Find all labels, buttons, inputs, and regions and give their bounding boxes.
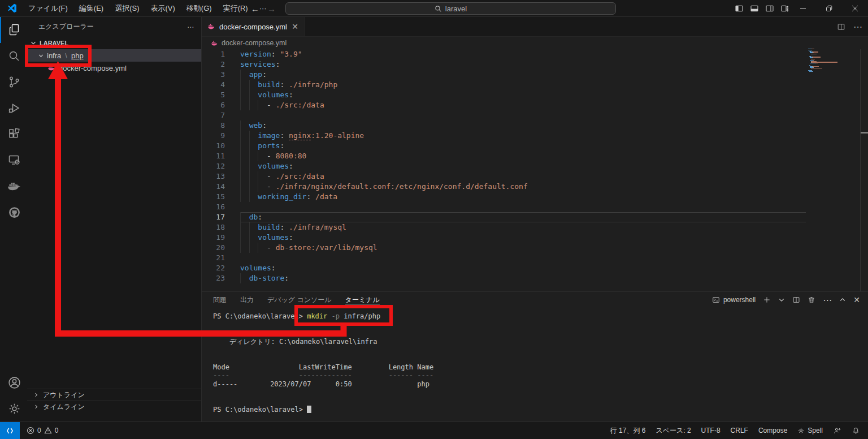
command-center-search[interactable]: laravel [285, 2, 616, 15]
tree-item-infra-php[interactable]: infra\php [27, 49, 201, 62]
terminal-text: PS C:\odaneko\laravel> [213, 312, 307, 320]
terminal-output[interactable]: PS C:\odaneko\laravel> mkdir -p infra/ph… [202, 308, 868, 414]
code-token: build [258, 80, 280, 89]
menu-item[interactable]: ファイル(F) [23, 4, 73, 12]
code-line[interactable]: 9image: nginx:1.20-alpine [202, 131, 868, 141]
close-tab-icon[interactable]: ✕ [292, 22, 298, 31]
account-icon[interactable] [0, 369, 27, 395]
remote-explorer-icon[interactable] [0, 147, 27, 173]
run-and-debug-icon[interactable] [0, 95, 27, 121]
minimize-icon[interactable] [790, 0, 816, 17]
code-token: db-store [249, 274, 285, 282]
code-line[interactable]: 21 [202, 253, 868, 263]
code-line[interactable]: 8web: [202, 120, 868, 131]
close-window-icon[interactable] [842, 0, 868, 17]
remote-icon [6, 427, 14, 435]
error-count: 0 [37, 427, 41, 434]
code-line[interactable]: 13- ./src:/data [202, 171, 868, 182]
split-editor-icon[interactable] [837, 23, 845, 31]
chevron-down-icon [37, 52, 45, 59]
code-line[interactable]: 4build: ./infra/php [202, 80, 868, 90]
code-line[interactable]: 5volumes: [202, 90, 868, 100]
search-sidebar-icon[interactable] [0, 43, 27, 69]
code-line[interactable]: 10ports: [202, 141, 868, 151]
code-line[interactable]: 6- ./src:/data [202, 100, 868, 110]
workspace-section-header[interactable]: LARAVEL [27, 37, 201, 49]
maximize-panel-chevron-icon[interactable] [839, 296, 846, 303]
kill-terminal-trash-icon[interactable] [808, 296, 815, 304]
code-line[interactable]: 14- ./infra/nginx/default.conf:/etc/ngin… [202, 182, 868, 192]
explorer-icon[interactable] [0, 17, 27, 43]
problems-status[interactable]: 0 0 [27, 427, 58, 434]
spell-checker[interactable]: Spell [797, 427, 823, 434]
timeline-section[interactable]: タイムライン [27, 401, 201, 412]
code-line[interactable]: 20- db-store:/var/lib/mysql [202, 243, 868, 253]
toggle-sidebar-icon[interactable] [731, 0, 747, 17]
code-line[interactable]: 15working_dir: /data [202, 192, 868, 202]
close-panel-icon[interactable]: ✕ [853, 295, 860, 304]
terminal-line: d----- 2023/07/07 0:50 php [213, 380, 868, 389]
menu-item[interactable]: 編集(E) [73, 4, 109, 12]
terminal-text: -p [332, 312, 340, 320]
code-line[interactable]: 12volumes: [202, 161, 868, 171]
code-line[interactable]: 18build: ./infra/mysql [202, 222, 868, 233]
code-line[interactable]: 17db: [202, 212, 868, 222]
code-token: : [289, 162, 293, 170]
code-line[interactable]: 22volumes: [202, 263, 868, 273]
docker-icon[interactable] [0, 173, 27, 199]
menu-item[interactable]: 表示(V) [145, 4, 181, 12]
menu-item[interactable]: 選択(S) [109, 4, 145, 12]
outline-section[interactable]: アウトライン [27, 389, 201, 401]
more-actions-icon[interactable]: ⋯ [187, 23, 194, 31]
code-line[interactable]: 23db-store: [202, 273, 868, 283]
indent-guide [249, 243, 250, 253]
feedback-icon[interactable] [833, 427, 841, 435]
breadcrumb[interactable]: docker-compose.yml [202, 37, 868, 49]
code-line[interactable]: 7 [202, 110, 868, 120]
encoding[interactable]: UTF-8 [701, 427, 721, 434]
panel-tab[interactable]: 出力 [240, 296, 254, 304]
terminal-shell-select[interactable]: powershell [712, 296, 756, 304]
menu-item[interactable]: 実行(R) [218, 4, 254, 12]
panel-tab[interactable]: ターミナル [345, 296, 380, 304]
panel-tab[interactable]: デバッグ コンソール [267, 296, 332, 304]
github-icon[interactable] [0, 199, 27, 225]
panel-more-actions-icon[interactable]: ⋯ [823, 295, 832, 305]
settings-gear-icon[interactable] [0, 395, 27, 421]
split-terminal-icon[interactable] [792, 296, 800, 304]
extensions-icon[interactable] [0, 121, 27, 147]
terminal-dropdown-chevron-icon[interactable] [778, 296, 785, 303]
remote-indicator[interactable] [0, 422, 20, 439]
toggle-panel-icon[interactable] [747, 0, 762, 17]
indentation[interactable]: スペース: 2 [656, 426, 691, 436]
source-control-icon[interactable] [0, 69, 27, 95]
forward-arrow-icon[interactable]: → [267, 4, 276, 14]
code-line[interactable]: 19volumes: [202, 233, 868, 243]
code-area[interactable]: 1version: "3.9"2services:3app:4build: ./… [202, 49, 868, 283]
explorer-sidebar: エクスプローラー ⋯ LARAVEL infra\php docker-comp… [27, 17, 202, 421]
code-line[interactable]: 16 [202, 202, 868, 212]
indent-guide [240, 171, 241, 182]
panel-tab[interactable]: 問題 [213, 296, 227, 304]
cursor-position[interactable]: 行 17、列 6 [610, 426, 646, 436]
menu-item[interactable]: 移動(G) [181, 4, 218, 12]
restore-icon[interactable] [816, 0, 842, 17]
tab-docker-compose[interactable]: docker-compose.yml ✕ [202, 17, 305, 36]
code-line[interactable]: 11- 8080:80 [202, 151, 868, 161]
eol-sequence[interactable]: CRLF [731, 427, 748, 434]
language-mode[interactable]: Compose [758, 427, 787, 434]
tree-item-docker-compose[interactable]: docker-compose.yml [27, 62, 201, 74]
toggle-secondary-sidebar-icon[interactable] [762, 0, 777, 17]
code-line[interactable]: 3app: [202, 70, 868, 80]
notifications-bell-icon[interactable] [852, 427, 860, 435]
code-line[interactable]: 1version: "3.9" [202, 49, 868, 59]
editor-more-actions-icon[interactable]: ⋯ [853, 21, 862, 32]
terminal-line: Mode LastWriteTime Length Name [213, 363, 868, 372]
back-arrow-icon[interactable]: ← [251, 4, 259, 14]
outline-label: アウトライン [43, 390, 85, 400]
code-line[interactable]: 2services: [202, 59, 868, 70]
line-number: 21 [202, 253, 225, 263]
panel-tabs: 問題出力デバッグ コンソールターミナル [213, 292, 393, 308]
minimap[interactable] [808, 49, 860, 72]
new-terminal-icon[interactable] [763, 296, 771, 304]
